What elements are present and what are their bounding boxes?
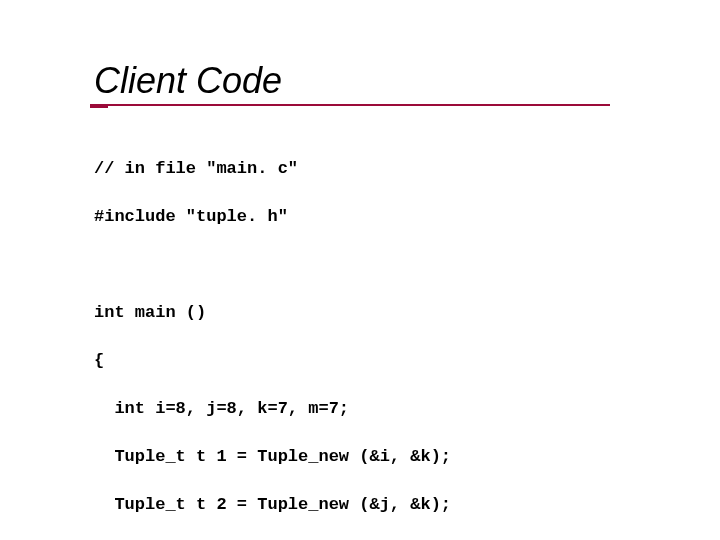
code-line: { xyxy=(94,349,720,373)
code-line: int main () xyxy=(94,301,720,325)
underline-bar xyxy=(90,104,610,106)
code-line: #include "tuple. h" xyxy=(94,205,720,229)
slide-title: Client Code xyxy=(94,60,720,102)
code-line: Tuple_t t 2 = Tuple_new (&j, &k); xyxy=(94,493,720,517)
blank-line xyxy=(94,253,720,277)
code-line: // in file "main. c" xyxy=(94,157,720,181)
underline-tick xyxy=(90,106,108,108)
title-underline xyxy=(90,104,610,107)
slide: Client Code // in file "main. c" #includ… xyxy=(0,0,720,540)
code-block: // in file "main. c" #include "tuple. h"… xyxy=(94,133,720,540)
code-line: Tuple_t t 1 = Tuple_new (&i, &k); xyxy=(94,445,720,469)
title-block: Client Code xyxy=(94,60,720,107)
code-line: int i=8, j=8, k=7, m=7; xyxy=(94,397,720,421)
